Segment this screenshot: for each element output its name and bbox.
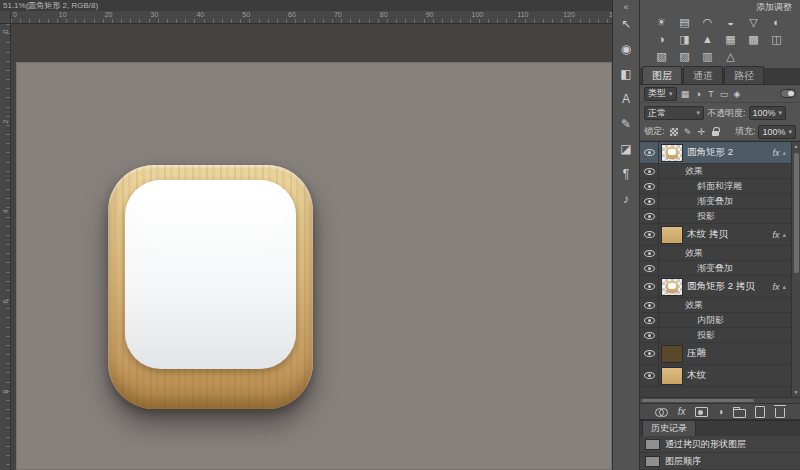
fill-dropdown[interactable]: 100%▾	[758, 125, 796, 139]
layer-thumbnail[interactable]	[661, 278, 683, 296]
scroll-down-icon[interactable]: ▼	[794, 388, 799, 397]
visibility-toggle[interactable]	[640, 224, 659, 245]
layer-style-fx-badge[interactable]: fx	[772, 230, 779, 240]
brush-presets-panel-icon[interactable]: ✎	[615, 114, 637, 135]
threshold-icon[interactable]: ▨	[673, 48, 696, 65]
visibility-toggle[interactable]	[640, 209, 659, 223]
tab-paths[interactable]: 路径	[724, 66, 764, 84]
visibility-toggle[interactable]	[640, 313, 659, 327]
visibility-toggle[interactable]	[640, 194, 659, 208]
opacity-dropdown[interactable]: 100%▾	[749, 106, 787, 120]
hue-saturation-icon[interactable]: ◐	[765, 14, 788, 31]
layer-effect-row[interactable]: 效果	[640, 298, 791, 313]
scrollbar-thumb[interactable]	[794, 153, 799, 273]
visibility-toggle[interactable]	[640, 261, 659, 275]
visibility-toggle[interactable]	[640, 179, 659, 193]
collapse-effects-chevron[interactable]: ▴	[782, 231, 786, 239]
layer-effect-row[interactable]: 投影	[640, 209, 791, 224]
visibility-toggle[interactable]	[640, 343, 659, 364]
layer-style-fx-badge[interactable]: fx	[772, 148, 779, 158]
visibility-toggle[interactable]	[640, 164, 659, 178]
3d-panel-icon[interactable]: ◪	[615, 139, 637, 160]
paragraph-panel-icon[interactable]: ¶	[615, 164, 637, 185]
filter-shape-layers-icon[interactable]: ▭	[718, 89, 731, 99]
lock-position-button[interactable]: ✛	[696, 126, 708, 138]
layer-thumbnail[interactable]	[661, 226, 683, 244]
curves-icon[interactable]: ◠	[696, 14, 719, 31]
filter-smart-objects-icon[interactable]: ◈	[731, 89, 744, 99]
layer-effect-row[interactable]: 渐变叠加	[640, 194, 791, 209]
layer-effect-row[interactable]: 斜面和浮雕	[640, 179, 791, 194]
layer-style-fx-badge[interactable]: fx	[772, 282, 779, 292]
scrollbar-thumb[interactable]	[642, 399, 754, 402]
lock-transparency-button[interactable]	[668, 126, 680, 138]
tab-layers[interactable]: 图层	[642, 66, 682, 84]
document-canvas[interactable]	[16, 62, 612, 470]
new-group-icon[interactable]	[733, 409, 746, 418]
vibrance-icon[interactable]: ▽	[742, 14, 765, 31]
layer-effect-row[interactable]: 效果	[640, 164, 791, 179]
layers-horizontal-scrollbar[interactable]	[640, 397, 800, 403]
lock-pixels-button[interactable]: ✎	[682, 126, 694, 138]
add-layer-style-icon[interactable]: fx	[678, 406, 686, 417]
filter-type-layers-icon[interactable]: T	[705, 89, 718, 99]
delete-layer-icon[interactable]	[775, 408, 785, 418]
history-item[interactable]: 图层顺序	[640, 453, 800, 470]
color-balance-icon[interactable]: ◑	[650, 31, 673, 48]
ruler-vertical[interactable]: 02468	[0, 24, 11, 470]
posterize-icon[interactable]: ▧	[650, 48, 673, 65]
canvas-pasteboard[interactable]	[11, 24, 612, 470]
collapse-dock-icon[interactable]: «	[623, 2, 628, 12]
layer-row[interactable]: 圆角矩形 2 拷贝fx▴	[640, 276, 791, 298]
ruler-horizontal[interactable]: 0102030405060708090100110120130	[11, 11, 612, 23]
layer-row[interactable]: 圆角矩形 2fx▴	[640, 142, 791, 164]
eyedropper-tool-icon[interactable]: ◉	[615, 39, 637, 60]
layer-effect-row[interactable]: 渐变叠加	[640, 261, 791, 276]
channel-mixer-icon[interactable]: ▦	[719, 31, 742, 48]
layer-row[interactable]: 压雕	[640, 343, 791, 365]
visibility-toggle[interactable]	[640, 298, 659, 312]
tab-channels[interactable]: 通道	[683, 66, 723, 84]
layer-effect-row[interactable]: 投影	[640, 328, 791, 343]
tab-history[interactable]: 历史记录	[642, 420, 696, 436]
layers-scrollbar[interactable]: ▲ ▼	[791, 142, 800, 397]
new-adjustment-layer-icon[interactable]: ◑	[717, 406, 723, 417]
link-layers-icon[interactable]	[655, 408, 668, 416]
filter-pixel-layers-icon[interactable]: ▦	[679, 89, 692, 99]
layer-thumbnail[interactable]	[661, 144, 683, 162]
visibility-toggle[interactable]	[640, 276, 659, 297]
measure-tool-icon[interactable]: ◧	[615, 64, 637, 85]
visibility-toggle[interactable]	[640, 328, 659, 342]
ruler-corner[interactable]	[0, 11, 11, 23]
filter-toggle[interactable]	[780, 89, 796, 98]
invert-icon[interactable]: ◫	[765, 31, 788, 48]
filter-type-dropdown[interactable]: 类型▾	[644, 87, 677, 101]
visibility-toggle[interactable]	[640, 246, 659, 260]
selective-color-icon[interactable]: △	[719, 48, 742, 65]
scroll-up-icon[interactable]: ▲	[794, 142, 799, 151]
new-layer-icon[interactable]	[755, 406, 765, 418]
blend-mode-dropdown[interactable]: 正常▾	[644, 106, 704, 120]
filter-adjustment-layers-icon[interactable]: ◑	[692, 89, 705, 99]
layer-effect-row[interactable]: 内阴影	[640, 313, 791, 328]
exposure-icon[interactable]: ◒	[719, 14, 742, 31]
move-tool-icon[interactable]: ↖	[615, 14, 637, 35]
collapse-effects-chevron[interactable]: ▴	[782, 149, 786, 157]
layer-row[interactable]: 木纹	[640, 365, 791, 387]
color-lookup-icon[interactable]: ▩	[742, 31, 765, 48]
history-item[interactable]: 通过拷贝的形状图层	[640, 436, 800, 453]
lock-all-button[interactable]	[710, 126, 722, 138]
gradient-map-icon[interactable]: ▥	[696, 48, 719, 65]
black-white-icon[interactable]: ◨	[673, 31, 696, 48]
levels-icon[interactable]: ▤	[673, 14, 696, 31]
visibility-toggle[interactable]	[640, 365, 659, 386]
layer-effect-row[interactable]: 效果	[640, 246, 791, 261]
collapse-effects-chevron[interactable]: ▴	[782, 283, 786, 291]
timeline-panel-icon[interactable]: ♪	[615, 189, 637, 210]
layer-thumbnail[interactable]	[661, 367, 683, 385]
add-layer-mask-icon[interactable]	[695, 407, 708, 417]
visibility-toggle[interactable]	[640, 142, 659, 163]
layer-row[interactable]: 木纹 拷贝fx▴	[640, 224, 791, 246]
character-panel-icon[interactable]: A	[615, 89, 637, 110]
photo-filter-icon[interactable]: ▲	[696, 31, 719, 48]
